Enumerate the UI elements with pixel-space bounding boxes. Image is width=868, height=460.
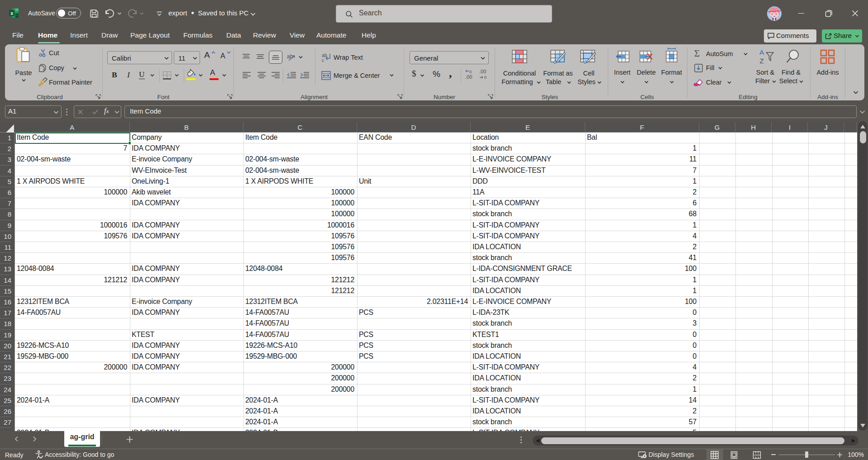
svg-text:Z: Z	[760, 57, 764, 65]
svg-text:0: 0	[469, 70, 472, 74]
svg-text:x: x	[10, 10, 13, 16]
svg-text:.00: .00	[465, 74, 472, 80]
svg-text:A: A	[759, 48, 764, 56]
svg-text:ab: ab	[287, 53, 293, 60]
svg-text:0: 0	[484, 75, 486, 80]
svg-text:c: c	[322, 57, 324, 62]
svg-text:.00: .00	[479, 70, 486, 74]
